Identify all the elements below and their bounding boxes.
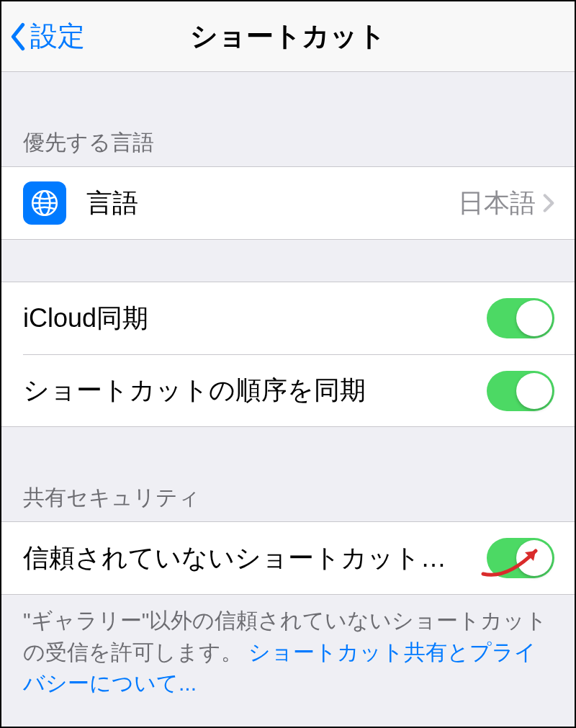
cell-sync-order: ショートカットの順序を同期 xyxy=(23,354,575,426)
cell-icloud-sync: iCloud同期 xyxy=(1,282,575,354)
chevron-right-icon xyxy=(543,193,554,213)
cell-untrusted-shortcuts: 信頼されていないショートカット… xyxy=(1,522,575,594)
toggle-sync-order[interactable] xyxy=(487,371,554,411)
section-header-sharing-security: 共有セキュリティ xyxy=(1,427,575,521)
globe-icon xyxy=(23,181,66,225)
chevron-left-icon xyxy=(9,22,27,51)
untrusted-label: 信頼されていないショートカット… xyxy=(23,541,487,576)
page-title: ショートカット xyxy=(1,18,575,55)
section-header-preferred-language: 優先する言語 xyxy=(1,72,575,166)
toggle-icloud-sync[interactable] xyxy=(487,298,554,338)
group-sync: iCloud同期 ショートカットの順序を同期 xyxy=(1,282,575,427)
toggle-untrusted[interactable] xyxy=(487,538,554,578)
group-untrusted: 信頼されていないショートカット… xyxy=(1,521,575,595)
language-value: 日本語 xyxy=(458,186,536,221)
language-label: 言語 xyxy=(86,186,458,221)
back-label: 設定 xyxy=(30,18,85,55)
sync-order-label: ショートカットの順序を同期 xyxy=(23,373,487,408)
navigation-bar: 設定 ショートカット xyxy=(1,1,575,72)
back-button[interactable]: 設定 xyxy=(9,18,85,55)
group-language: 言語 日本語 xyxy=(1,166,575,240)
cell-language[interactable]: 言語 日本語 xyxy=(1,167,575,239)
icloud-sync-label: iCloud同期 xyxy=(23,301,487,336)
section-footer-untrusted: "ギャラリー"以外の信頼されていないショートカットの受信を許可します。 ショート… xyxy=(1,595,575,714)
